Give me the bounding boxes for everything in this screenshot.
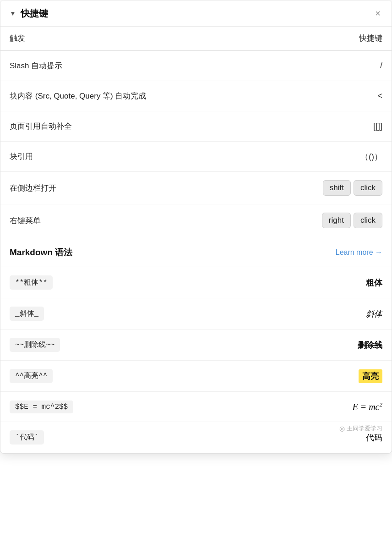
md-row-math: $$E = mc^2$$ E = mc2 <box>0 392 392 422</box>
md-result-strike: 删除线 <box>358 340 382 351</box>
md-syntax-math: $$E = mc^2$$ <box>10 401 73 413</box>
shortcut-label-block-ref: 块引用 <box>10 151 33 162</box>
shortcut-row-block-ref: 块引用 （()） <box>0 142 392 172</box>
kbd-group-context: right click <box>322 213 382 228</box>
shortcuts-list: Slash 自动提示 / 块内容 (Src, Quote, Query 等) 自… <box>0 51 392 236</box>
dialog-header: ▼ 快捷键 × <box>0 0 392 27</box>
shortcut-label-page-ref: 页面引用自动补全 <box>10 121 72 132</box>
watermark: ◎ 王同学爱学习 <box>339 424 382 433</box>
chevron-down-icon: ▼ <box>10 10 16 17</box>
dialog-title: 快捷键 <box>21 7 48 20</box>
shortcuts-dialog: ▼ 快捷键 × 触发 快捷键 Slash 自动提示 / 块内容 (Src, Qu… <box>0 0 392 454</box>
shortcut-row-block: 块内容 (Src, Quote, Query 等) 自动完成 < <box>0 81 392 111</box>
md-result-math: E = mc2 <box>352 401 382 412</box>
md-row-bold: **粗体** 粗体 <box>0 267 392 298</box>
header-left: ▼ 快捷键 <box>10 7 48 20</box>
md-syntax-strike: ~~删除线~~ <box>10 338 60 352</box>
md-syntax-bold: **粗体** <box>10 275 53 290</box>
kbd-right: right <box>322 213 351 228</box>
learn-more-link[interactable]: Learn more → <box>336 248 382 257</box>
kbd-click-sidebar: click <box>354 180 382 196</box>
shortcut-row-page-ref: 页面引用自动补全 [[]] <box>0 111 392 142</box>
shortcut-label-block: 块内容 (Src, Quote, Query 等) 自动完成 <box>10 91 147 101</box>
shortcut-row-context-menu: 右键菜单 right click <box>0 204 392 236</box>
kbd-click-context: click <box>354 213 382 228</box>
shortcut-value-slash: / <box>380 61 382 71</box>
markdown-title: Markdown 语法 <box>10 247 72 258</box>
md-row-strike: ~~删除线~~ 删除线 <box>0 329 392 361</box>
shortcut-label-slash: Slash 自动提示 <box>10 60 62 71</box>
col-shortcut-label: 快捷键 <box>359 33 382 44</box>
shortcut-row-sidebar: 在侧边栏打开 shift click <box>0 172 392 204</box>
kbd-shift: shift <box>323 180 351 196</box>
table-header: 触发 快捷键 <box>0 27 392 51</box>
col-trigger-label: 触发 <box>10 33 25 44</box>
shortcut-value-block-ref: （()） <box>360 151 382 162</box>
md-result-bold: 粗体 <box>366 277 382 288</box>
shortcut-label-sidebar: 在侧边栏打开 <box>10 183 56 193</box>
md-syntax-italic: _斜体_ <box>10 307 44 321</box>
md-row-highlight: ^^高亮^^ 高亮 <box>0 361 392 392</box>
watermark-icon: ◎ <box>339 425 345 432</box>
md-syntax-highlight: ^^高亮^^ <box>10 369 53 383</box>
md-result-highlight: 高亮 <box>359 369 382 383</box>
kbd-group-sidebar: shift click <box>323 180 382 196</box>
md-row-code: `代码` 代码 ◎ 王同学爱学习 <box>0 422 392 453</box>
md-result-italic: 斜体 <box>366 308 382 319</box>
md-syntax-code: `代码` <box>10 430 44 445</box>
watermark-text: 王同学爱学习 <box>347 424 382 433</box>
shortcut-value-block: < <box>377 91 382 101</box>
md-row-italic: _斜体_ 斜体 <box>0 298 392 329</box>
md-result-code: 代码 <box>366 432 382 443</box>
close-button[interactable]: × <box>373 7 382 20</box>
markdown-items-list: **粗体** 粗体 _斜体_ 斜体 ~~删除线~~ 删除线 ^^高亮^^ 高亮 … <box>0 267 392 453</box>
shortcut-value-page-ref: [[]] <box>373 121 382 131</box>
shortcut-row-slash: Slash 自动提示 / <box>0 51 392 81</box>
shortcut-label-context-menu: 右键菜单 <box>10 215 41 226</box>
markdown-section-header: Markdown 语法 Learn more → <box>0 236 392 267</box>
